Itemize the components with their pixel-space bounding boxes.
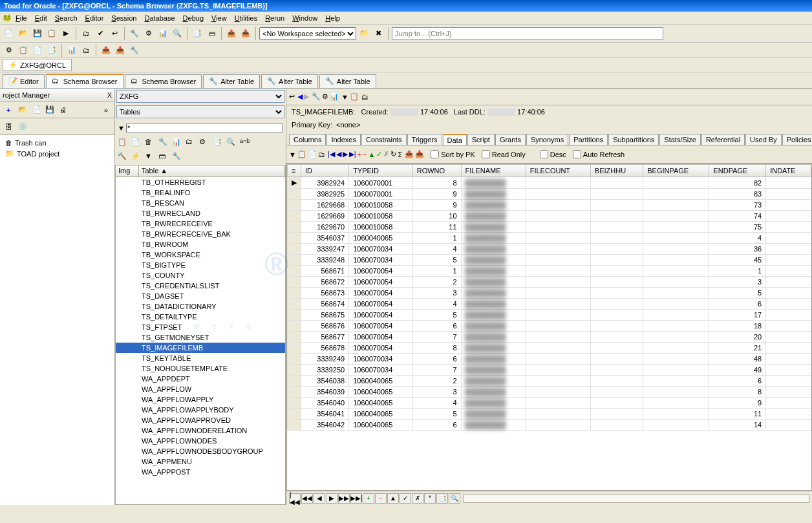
close-icon[interactable]: X	[107, 91, 112, 99]
cell-filename[interactable]: ████████	[461, 409, 526, 420]
list-item[interactable]: WA_APPFLOWNODERELATION	[116, 425, 285, 436]
cell-typeid[interactable]: 1060070034	[349, 354, 413, 365]
table-row[interactable]: 333924910600700346████████48	[288, 354, 811, 365]
cell-indate[interactable]	[766, 255, 811, 266]
cell-filename[interactable]: ████████	[461, 189, 526, 200]
more-button[interactable]: »	[100, 104, 112, 116]
cell-filename[interactable]: ████████	[461, 387, 526, 398]
detail-tab-constraints[interactable]: Constraints	[361, 134, 407, 145]
cell-beizhhu[interactable]	[590, 321, 643, 332]
sec-btn-5[interactable]: 📊	[65, 44, 78, 57]
tree-toad-project[interactable]: 📁TOAD project	[3, 148, 112, 159]
cell-typeid[interactable]: 1060070054	[349, 332, 413, 343]
cell-filename[interactable]: ████████	[461, 321, 526, 332]
cell-endpage[interactable]: 45	[709, 255, 766, 266]
nav-add[interactable]: +	[363, 493, 374, 504]
cell-rowno[interactable]: 5	[412, 409, 461, 420]
cell-id[interactable]: 1629668	[301, 200, 349, 211]
menu-session[interactable]: Session	[107, 13, 140, 23]
ws-btn-1[interactable]: 📁	[358, 27, 370, 40]
cell-endpage[interactable]: 6	[709, 376, 766, 387]
cell-filecount[interactable]	[526, 332, 590, 343]
detail-tab-indexes[interactable]: Indexes	[326, 134, 361, 145]
cell-filename[interactable]: ████████	[461, 244, 526, 255]
cell-endpage[interactable]: 36	[709, 244, 766, 255]
cell-id[interactable]: 568674	[301, 299, 349, 310]
cell-indate[interactable]	[766, 343, 811, 354]
cell-beginpage[interactable]	[643, 189, 709, 200]
list-item[interactable]: TB_REALINFO	[116, 187, 285, 198]
cell-beizhhu[interactable]	[590, 211, 643, 222]
rt7[interactable]: 🗂	[361, 93, 369, 101]
cell-typeid[interactable]: 1060070001	[349, 189, 413, 200]
cell-typeid[interactable]: 1060010058	[349, 222, 413, 233]
list-item[interactable]: TS_GETMONEYSET	[116, 332, 285, 343]
cell-typeid[interactable]: 1060070034	[349, 255, 413, 266]
t7[interactable]: ⚙	[199, 138, 211, 149]
nav-del[interactable]: −	[375, 493, 387, 504]
cell-beginpage[interactable]	[643, 211, 709, 222]
cell-beginpage[interactable]	[643, 354, 709, 365]
cell-indate[interactable]	[766, 387, 811, 398]
t1[interactable]: 📋	[118, 138, 129, 149]
cell-typeid[interactable]: 1060070054	[349, 321, 413, 332]
tab-alter-table[interactable]: 🔧Alter Table	[261, 74, 318, 88]
cell-endpage[interactable]: 74	[709, 211, 766, 222]
cell-beginpage[interactable]	[643, 177, 709, 189]
readonly-check[interactable]: Read Only	[482, 150, 526, 158]
tab-schema-browser[interactable]: 🗂Schema Browser	[46, 74, 123, 88]
col-indate[interactable]: INDATE	[766, 165, 811, 177]
cell-id[interactable]: 3339248	[301, 255, 349, 266]
table-row[interactable]: 333924810600700345████████45	[288, 255, 811, 266]
t5[interactable]: 📊	[172, 138, 184, 149]
detail-tab-data[interactable]: Data	[443, 134, 467, 145]
cell-beizhhu[interactable]	[590, 277, 643, 288]
table-row[interactable]: 56867110600700541████████1	[288, 266, 811, 277]
cell-typeid[interactable]: 1060040065	[349, 409, 413, 420]
cell-filecount[interactable]	[526, 365, 590, 376]
dt1[interactable]: 📋	[297, 150, 306, 158]
cell-beizhhu[interactable]	[590, 343, 643, 354]
cell-indate[interactable]	[766, 211, 811, 222]
cell-beizhhu[interactable]	[590, 177, 643, 189]
cell-filecount[interactable]	[526, 409, 590, 420]
edit-icon[interactable]: ▲	[368, 151, 375, 158]
cell-rowno[interactable]: 3	[412, 288, 461, 299]
cell-filecount[interactable]	[526, 266, 590, 277]
cell-filename[interactable]: ████████	[461, 277, 526, 288]
tree-trash-can[interactable]: 🗑Trash can	[3, 138, 112, 148]
cell-id[interactable]: 3546038	[301, 376, 349, 387]
list-item[interactable]: TS_CREDENTIALSLIST	[116, 281, 285, 291]
cell-indate[interactable]	[766, 354, 811, 365]
disk-icon[interactable]: 💿	[17, 121, 28, 133]
del-row-icon[interactable]: −	[363, 151, 367, 158]
cell-filecount[interactable]	[526, 277, 590, 288]
sec-btn-4[interactable]: 📑	[45, 44, 58, 57]
cancel-icon[interactable]: ✗	[383, 150, 389, 158]
cell-beginpage[interactable]	[643, 343, 709, 354]
cell-indate[interactable]	[766, 398, 811, 409]
rt6[interactable]: 📋	[350, 92, 359, 101]
sec-btn-9[interactable]: 🔧	[128, 44, 141, 57]
cell-filename[interactable]: ████████	[461, 343, 526, 354]
table-row[interactable]: 398292510600700019████████83	[288, 189, 811, 200]
table-row[interactable]: 354604010600400654████████9	[288, 398, 811, 409]
cell-indate[interactable]	[766, 200, 811, 211]
list-item[interactable]: TS_BIGTYPE	[116, 260, 285, 270]
cell-rowno[interactable]: 9	[412, 189, 461, 200]
cell-typeid[interactable]: 1060070054	[349, 343, 413, 354]
cell-rowno[interactable]: 5	[412, 255, 461, 266]
col-filename[interactable]: FILENAME	[461, 165, 526, 177]
cell-typeid[interactable]: 1060070054	[349, 266, 413, 277]
list-item[interactable]: TS_COUNTY	[116, 270, 285, 281]
cell-rowno[interactable]: 2	[412, 277, 461, 288]
commit-button[interactable]: ✔	[94, 27, 107, 40]
tab-editor[interactable]: 📝Editor	[3, 74, 45, 88]
dt2[interactable]: 📄	[308, 150, 317, 158]
nav-prev[interactable]: ◀	[314, 493, 325, 504]
nav-prevpage[interactable]: ◀◀	[301, 493, 313, 504]
tools-2[interactable]: ⚙	[142, 27, 155, 40]
cell-filecount[interactable]	[526, 299, 590, 310]
project-tree[interactable]: 🗑Trash can📁TOAD project	[0, 135, 114, 505]
table-row[interactable]: 354603810600400652████████6	[288, 376, 811, 387]
